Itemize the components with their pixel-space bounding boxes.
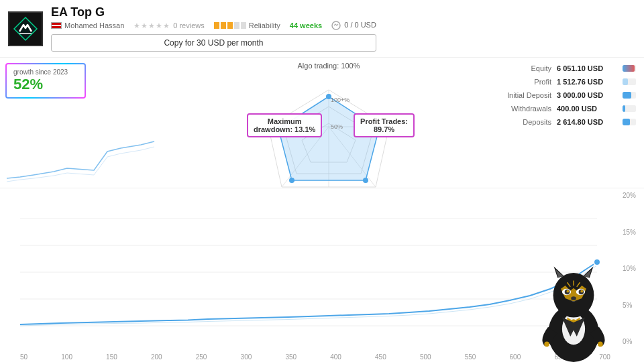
reliability-label: Reliability bbox=[249, 21, 280, 29]
profit-bar bbox=[623, 78, 628, 85]
header-info: EA Top G Mohamed Hassan ★ ★ ★ ★ ★ 0 revi… bbox=[51, 5, 376, 52]
stat-withdrawals: Withdrawals 400.00 USD bbox=[491, 105, 636, 113]
deposits-label: Deposits bbox=[491, 118, 551, 126]
deposits-bar bbox=[623, 119, 630, 125]
algo-trading-label: Algo trading: 100% bbox=[298, 62, 360, 70]
svg-text:50%: 50% bbox=[331, 123, 343, 130]
reliability: Reliability bbox=[214, 21, 280, 29]
svg-marker-11 bbox=[278, 97, 379, 180]
withdrawals-bar bbox=[623, 105, 625, 112]
profit-trades-label: Profit Trades:89.7% bbox=[360, 117, 408, 133]
stat-initial: Initial Deposit 3 000.00 USD bbox=[491, 91, 636, 99]
profit-value: 1 512.76 USD bbox=[557, 78, 617, 86]
initial-bar bbox=[623, 92, 631, 99]
growth-value: 52% bbox=[13, 76, 78, 93]
stat-equity: Equity 6 051.10 USD bbox=[491, 64, 636, 72]
initial-bar-wrap bbox=[623, 92, 636, 99]
profit-bar-wrap bbox=[623, 78, 636, 85]
flag-icon bbox=[51, 22, 62, 29]
svg-point-39 bbox=[567, 290, 570, 293]
svg-text:100+%: 100+% bbox=[331, 97, 350, 103]
review-count: 0 reviews bbox=[173, 21, 204, 29]
growth-label: growth since 2023 bbox=[13, 68, 78, 76]
svg-point-15 bbox=[289, 178, 294, 183]
withdrawals-value: 400.00 USD bbox=[557, 105, 617, 113]
initial-label: Initial Deposit bbox=[491, 91, 551, 99]
stat-deposits: Deposits 2 614.80 USD bbox=[491, 118, 636, 126]
reliability-blocks bbox=[214, 22, 246, 29]
star-rating: ★ ★ ★ ★ ★ 0 reviews bbox=[133, 21, 204, 30]
profit-trades-box: Profit Trades:89.7% bbox=[354, 113, 415, 137]
initial-value: 3 000.00 USD bbox=[557, 91, 617, 99]
svg-point-42 bbox=[544, 342, 549, 347]
profit-label: Profit bbox=[491, 78, 551, 86]
withdrawals-label: Withdrawals bbox=[491, 105, 551, 113]
logo-box bbox=[8, 11, 43, 46]
meta-row: Mohamed Hassan ★ ★ ★ ★ ★ 0 reviews Relia… bbox=[51, 21, 376, 30]
max-drawdown-box: Maximumdrawdown: 13.1% bbox=[247, 113, 322, 137]
balance-label: 0 / 0 USD bbox=[331, 21, 376, 30]
withdrawals-bar-wrap bbox=[623, 105, 636, 112]
panther-mascot bbox=[517, 228, 631, 362]
svg-point-41 bbox=[571, 296, 576, 300]
svg-point-43 bbox=[598, 342, 603, 347]
svg-point-14 bbox=[363, 178, 368, 183]
deposits-value: 2 614.80 USD bbox=[557, 118, 617, 126]
svg-point-2 bbox=[332, 21, 340, 29]
header: EA Top G Mohamed Hassan ★ ★ ★ ★ ★ 0 revi… bbox=[0, 0, 644, 58]
equity-bar-wrap bbox=[623, 65, 636, 72]
product-title: EA Top G bbox=[51, 5, 105, 19]
growth-box: growth since 2023 52% bbox=[5, 63, 86, 99]
equity-bar bbox=[623, 65, 635, 72]
equity-label: Equity bbox=[491, 64, 551, 72]
title-row: EA Top G bbox=[51, 5, 376, 19]
author-name: Mohamed Hassan bbox=[64, 21, 124, 29]
max-drawdown-label: Maximumdrawdown: 13.1% bbox=[254, 117, 315, 133]
copy-button[interactable]: Copy for 30 USD per month bbox=[51, 34, 376, 52]
author-flag: Mohamed Hassan bbox=[51, 21, 124, 29]
deposits-bar-wrap bbox=[623, 119, 636, 125]
svg-point-40 bbox=[580, 290, 583, 293]
stat-profit: Profit 1 512.76 USD bbox=[491, 78, 636, 86]
equity-value: 6 051.10 USD bbox=[557, 64, 617, 72]
bottom-chart: 0% 5% 10% 15% 20% 50 100 150 200 250 300… bbox=[0, 188, 644, 362]
weeks-count: 44 weeks bbox=[290, 21, 322, 29]
